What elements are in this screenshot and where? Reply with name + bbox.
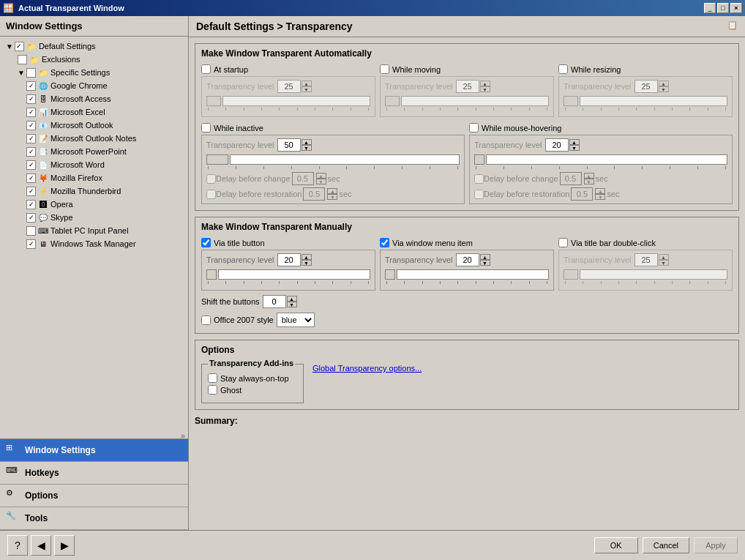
shift-buttons-value[interactable]: 0 [263, 295, 286, 308]
checkbox-microsoft-excel[interactable]: ✓ [26, 108, 36, 117]
while-resizing-spin-down[interactable]: ▼ [659, 86, 669, 92]
while-hovering-delay2-value[interactable]: 0.5 [571, 187, 593, 201]
at-startup-spin-down[interactable]: ▼ [302, 86, 312, 92]
while-inactive-delay2-checkbox[interactable] [206, 190, 216, 199]
while-resizing-trans-value[interactable]: 25 [634, 80, 658, 93]
checkbox-exclusions[interactable] [18, 55, 27, 64]
while-inactive-delay2-spin-down[interactable]: ▼ [327, 194, 337, 200]
while-resizing-checkbox[interactable] [558, 64, 568, 74]
tree-item-opera[interactable]: ✓ 🅾 Opera [0, 198, 188, 211]
stay-always-on-top-checkbox[interactable] [208, 373, 217, 383]
while-hovering-delay2-spin-up[interactable]: ▲ [595, 188, 605, 194]
checkbox-microsoft-word[interactable]: ✓ [26, 160, 36, 170]
shift-buttons-spin-up[interactable]: ▲ [287, 296, 297, 302]
via-menu-item-checkbox[interactable] [380, 238, 389, 247]
ok-button[interactable]: OK [594, 537, 638, 553]
tree-item-microsoft-outlook-notes[interactable]: ✓ 📝 Microsoft Outlook Notes [0, 132, 188, 145]
forward-button[interactable]: ▶ [54, 535, 75, 556]
via-menu-item-trans-value[interactable]: 20 [456, 253, 479, 266]
checkbox-skype[interactable]: ✓ [26, 213, 36, 223]
panel-resize-handle[interactable]: » [0, 433, 188, 438]
while-inactive-delay2-spin-up[interactable]: ▲ [327, 188, 337, 194]
minimize-button[interactable]: _ [704, 3, 716, 13]
close-button[interactable]: × [730, 3, 742, 13]
checkbox-microsoft-outlook-notes[interactable]: ✓ [26, 134, 36, 143]
via-menu-item-spin-up[interactable]: ▲ [480, 254, 490, 260]
checkbox-opera[interactable]: ✓ [26, 200, 36, 209]
office-style-select[interactable]: blue silver black [277, 313, 315, 327]
while-inactive-spin-up[interactable]: ▲ [302, 139, 312, 145]
nav-options[interactable]: ⚙ Options [0, 485, 188, 507]
apply-button[interactable]: Apply [694, 537, 738, 553]
while-moving-spin-up[interactable]: ▲ [480, 81, 490, 86]
via-double-click-spin-up[interactable]: ▲ [659, 254, 669, 260]
via-title-button-checkbox[interactable] [201, 238, 211, 247]
at-startup-spin-up[interactable]: ▲ [302, 81, 312, 86]
while-inactive-delay1-spin-up[interactable]: ▲ [316, 173, 326, 179]
while-hovering-checkbox[interactable] [469, 123, 479, 132]
at-startup-trans-value[interactable]: 25 [277, 80, 301, 93]
via-title-button-spin-up[interactable]: ▲ [302, 254, 312, 260]
tree-item-mozilla-thunderbird[interactable]: ✓ ⚡ Mozilla Thunderbird [0, 184, 188, 198]
while-hovering-spin-down[interactable]: ▼ [569, 145, 580, 151]
tree-item-exclusions[interactable]: 📁 Exclusions [0, 53, 188, 66]
while-inactive-spin-down[interactable]: ▼ [302, 145, 312, 151]
checkbox-microsoft-access[interactable]: ✓ [26, 94, 36, 104]
via-menu-item-spin-down[interactable]: ▼ [480, 260, 490, 266]
tree-item-specific-settings[interactable]: ▼ 📁 Specific Settings [0, 66, 188, 79]
ghost-checkbox[interactable] [208, 385, 217, 395]
checkbox-microsoft-outlook[interactable]: ✓ [26, 121, 36, 130]
via-double-click-checkbox[interactable] [558, 238, 568, 247]
at-startup-checkbox[interactable] [201, 64, 211, 74]
while-resizing-spin-up[interactable]: ▲ [659, 81, 669, 86]
via-title-button-spin-down[interactable]: ▼ [302, 260, 312, 266]
while-hovering-spin-up[interactable]: ▲ [569, 139, 580, 145]
header-action-icon[interactable]: 📋 [727, 20, 738, 30]
global-transparency-link[interactable]: Global Transparency options... [312, 364, 422, 373]
while-inactive-delay2-value[interactable]: 0.5 [303, 187, 325, 201]
checkbox-specific-settings[interactable] [26, 68, 36, 78]
tree-item-microsoft-outlook[interactable]: ✓ 📧 Microsoft Outlook [0, 119, 188, 132]
tree-item-microsoft-excel[interactable]: ✓ 📊 Microsoft Excel [0, 105, 188, 119]
via-title-button-trans-value[interactable]: 20 [277, 253, 301, 266]
while-inactive-delay1-checkbox[interactable] [206, 174, 216, 184]
tree-item-microsoft-word[interactable]: ✓ 📄 Microsoft Word [0, 158, 188, 171]
tree-item-mozilla-firefox[interactable]: ✓ 🦊 Mozilla Firefox [0, 171, 188, 184]
while-hovering-trans-value[interactable]: 20 [545, 138, 569, 152]
while-inactive-trans-value[interactable]: 50 [277, 138, 301, 152]
checkbox-windows-task-manager[interactable]: ✓ [26, 239, 36, 249]
tree-item-microsoft-powerpoint[interactable]: ✓ 📑 Microsoft PowerPoint [0, 145, 188, 158]
while-moving-spin-down[interactable]: ▼ [480, 86, 490, 92]
while-inactive-delay1-value[interactable]: 0.5 [292, 172, 314, 185]
tree-item-default-settings[interactable]: ▼ ✓ 📁 Default Settings [0, 40, 188, 53]
while-hovering-delay1-checkbox[interactable] [474, 174, 484, 184]
nav-hotkeys[interactable]: ⌨ Hotkeys [0, 462, 188, 485]
while-hovering-delay1-spin-up[interactable]: ▲ [584, 173, 594, 179]
while-inactive-delay1-spin-down[interactable]: ▼ [316, 179, 326, 184]
while-inactive-checkbox[interactable] [201, 123, 211, 132]
tree-item-tablet-pc[interactable]: ⌨ Tablet PC Input Panel [0, 224, 188, 237]
tree-item-windows-task-manager[interactable]: ✓ 🖥 Windows Task Manager [0, 237, 188, 250]
tree-item-microsoft-access[interactable]: ✓ 🗄 Microsoft Access [0, 92, 188, 105]
tree-item-google-chrome[interactable]: ✓ 🌐 Google Chrome [0, 79, 188, 92]
checkbox-mozilla-thunderbird[interactable]: ✓ [26, 187, 36, 196]
checkbox-default-settings[interactable]: ✓ [15, 42, 24, 51]
restore-button[interactable]: □ [717, 3, 729, 13]
cancel-button[interactable]: Cancel [643, 537, 689, 553]
while-hovering-delay2-spin-down[interactable]: ▼ [595, 194, 605, 200]
via-double-click-spin-down[interactable]: ▼ [659, 260, 669, 266]
nav-window-settings[interactable]: ⊞ Window Settings [0, 439, 188, 462]
shift-buttons-spin-down[interactable]: ▼ [287, 302, 297, 307]
while-moving-trans-value[interactable]: 25 [456, 80, 479, 93]
checkbox-mozilla-firefox[interactable]: ✓ [26, 173, 36, 183]
checkbox-microsoft-powerpoint[interactable]: ✓ [26, 147, 36, 157]
tree-item-skype[interactable]: ✓ 💬 Skype [0, 211, 188, 224]
while-hovering-delay2-checkbox[interactable] [474, 190, 484, 199]
nav-tools[interactable]: 🔧 Tools [0, 507, 188, 530]
while-hovering-delay1-value[interactable]: 0.5 [560, 172, 582, 185]
while-hovering-delay1-spin-down[interactable]: ▼ [584, 179, 594, 184]
office-style-checkbox[interactable] [201, 316, 211, 325]
via-double-click-trans-value[interactable]: 25 [634, 253, 658, 266]
back-button[interactable]: ◀ [31, 535, 51, 556]
checkbox-tablet-pc[interactable] [26, 226, 36, 236]
